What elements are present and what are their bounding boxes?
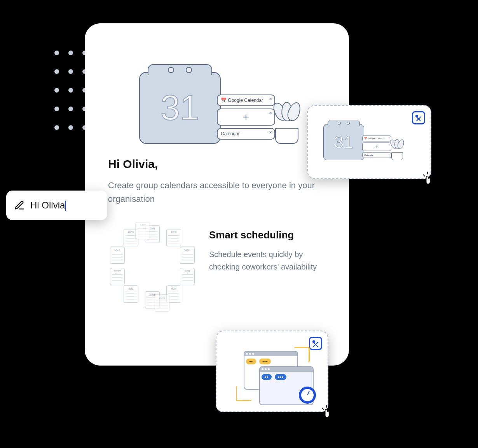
calendar-illustration: 31 (139, 72, 221, 144)
image-dropzone-hero[interactable]: 31 ✕📅 Google Calendar ✕+ ✕Calendar (307, 105, 431, 179)
email-preview-card: 31 ✕ 📅 Google Calendar ✕ + ✕ Calendar (85, 23, 349, 366)
svg-line-5 (329, 408, 331, 410)
hero-card-calendar: ✕ Calendar (217, 128, 275, 140)
svg-line-1 (423, 174, 425, 176)
pointer-cursor-icon (319, 404, 334, 420)
image-icon (412, 111, 425, 124)
greeting-body: Create group calendars accessible to eve… (108, 178, 326, 206)
calendar-day-number: 31 (140, 73, 220, 143)
plus-icon: + (221, 112, 271, 122)
close-icon: ✕ (269, 97, 272, 101)
clock-icon (299, 387, 316, 404)
scheduling-illustration: ●●●●● ●●●●● (236, 347, 312, 400)
inline-text-editor[interactable]: Hi Olivia (6, 191, 107, 220)
svg-line-4 (322, 408, 324, 410)
text-cursor (65, 201, 66, 211)
months-ring-illustration: JAN FEB MAR APR MAY JUNE JUL SEPT OCT NO… (108, 225, 197, 307)
hero-card-google-calendar: ✕ 📅 Google Calendar (217, 94, 275, 106)
plant-illustration (271, 101, 302, 144)
pointer-cursor-icon (420, 171, 435, 187)
hero-card-add: ✕ + (217, 108, 275, 126)
image-dropzone-feature[interactable]: ●●●●● ●●●●● (216, 331, 328, 412)
feature-description: Schedule events quickly by checking cowo… (209, 248, 333, 273)
greeting-title: Hi Olivia, (108, 158, 333, 171)
inline-editor-text[interactable]: Hi Olivia (30, 200, 66, 211)
feature-title: Smart scheduling (209, 229, 333, 241)
edit-icon (14, 200, 25, 211)
svg-line-2 (430, 174, 432, 176)
hero-illustration: 31 ✕ 📅 Google Calendar ✕ + ✕ Calendar (108, 43, 333, 144)
decorative-dot-grid (54, 51, 87, 130)
